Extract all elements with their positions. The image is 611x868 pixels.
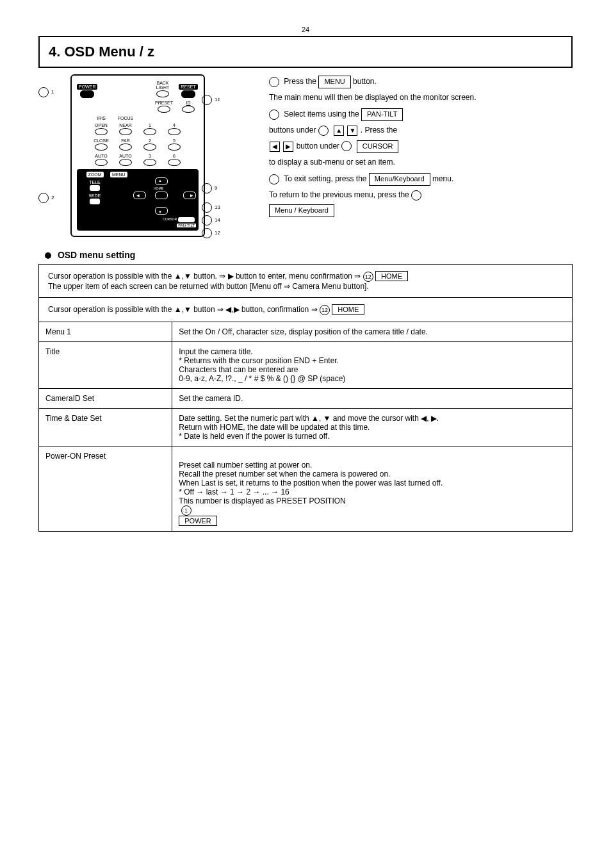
power-label: POWER — [77, 84, 97, 90]
row-title-desc: Input the camera title. * Returns with t… — [172, 341, 573, 388]
callout-9: 9 — [215, 185, 217, 191]
step-c-marker — [269, 174, 279, 184]
home-ref: HOME — [375, 271, 408, 281]
pan-tilt-ref: PAN-TILT — [361, 108, 403, 121]
focus-far-label: FAR — [115, 138, 136, 143]
menu-keyboard-ref-2: Menu / Keyboard — [269, 204, 334, 217]
iris-label: IRIS — [91, 116, 111, 120]
pan-tilt-label: PAN-TILT — [177, 224, 196, 227]
backlight-label: BACK LIGHT — [152, 81, 173, 90]
row-timedate-desc: Date setting. Set the numeric part with … — [172, 408, 573, 446]
iris-close-button[interactable] — [95, 143, 108, 151]
home-ref-2: HOME — [332, 304, 364, 315]
down-key-icon: ▼ — [347, 126, 357, 136]
power-step-number: 1 — [181, 505, 191, 516]
iris-auto-button[interactable] — [95, 159, 108, 166]
menu-label: MENU — [110, 172, 127, 177]
step-b-marker — [269, 110, 279, 120]
callout-12: 12 — [215, 230, 220, 236]
focus-label: FOCUS — [115, 116, 136, 120]
up-key-icon: ▲ — [334, 126, 344, 136]
focus-auto-button[interactable] — [119, 159, 132, 166]
zoom-wide-button[interactable] — [90, 199, 100, 204]
iris-close-label: CLOSE — [91, 138, 111, 143]
power-ref: POWER — [179, 516, 217, 526]
section-heading: OSD menu setting — [45, 250, 573, 260]
focus-far-button[interactable] — [119, 143, 132, 151]
power-button[interactable] — [80, 90, 94, 98]
instructions-text: Press the MENU button. The main menu wil… — [269, 74, 573, 237]
menu-keyboard-ref-1: Menu/Keyboard — [369, 173, 430, 186]
menu-instruction-table: Cursor operation is possible with the ▲,… — [38, 264, 573, 532]
focus-near-button[interactable] — [119, 128, 132, 135]
reset-label: RESET — [179, 84, 197, 90]
num-2-button[interactable] — [143, 143, 156, 151]
num-6-button[interactable] — [168, 159, 181, 166]
page-title: 4. OSD Menu / z — [38, 36, 573, 68]
zoom-tele-label: TELE — [79, 180, 110, 184]
callout-1: 1 — [51, 89, 54, 95]
row-cameraid-label: CameraID Set — [39, 388, 172, 408]
step-d-marker — [411, 190, 421, 201]
iris-open-label: OPEN — [91, 123, 111, 127]
num-3-label: 3 — [140, 154, 160, 158]
num-5-button[interactable] — [168, 143, 181, 151]
left-key-icon: ◀ — [270, 142, 280, 152]
iris-auto-label: AUTO — [91, 154, 111, 158]
row-title-label: Title — [39, 341, 172, 388]
callout-14: 14 — [215, 217, 220, 223]
num-3-button[interactable] — [143, 159, 156, 166]
preset-button[interactable] — [158, 106, 170, 113]
callout-13: 13 — [215, 204, 220, 210]
home-step-number: 12 — [363, 272, 373, 282]
callout-2: 2 — [51, 195, 54, 201]
home-button[interactable] — [155, 192, 168, 199]
page-number: 24 — [38, 26, 573, 33]
row-menu1-desc: Set the On / Off, character size, displa… — [172, 322, 573, 341]
num-4-label: 4 — [164, 123, 184, 127]
num-4-button[interactable] — [168, 128, 181, 135]
pan-tilt-cluster: ▲ ▼ ◀ ▶ HOME CURSOR — [126, 177, 196, 222]
bullet-icon — [45, 252, 51, 259]
iris-open-button[interactable] — [95, 128, 108, 135]
id-label: ID — [178, 101, 199, 105]
zoom-wide-label: WIDE — [79, 193, 110, 198]
num-6-label: 6 — [164, 154, 184, 158]
focus-near-label: NEAR — [115, 123, 136, 127]
num-1-label: 1 — [140, 123, 160, 127]
cursor-button[interactable] — [178, 217, 195, 222]
row-cameraid-desc: Set the camera ID. — [172, 388, 573, 408]
zoom-label: ZOOM — [86, 172, 104, 177]
right-key-icon: ▶ — [283, 142, 293, 152]
num-5-label: 5 — [164, 138, 184, 143]
home-step-number-2: 12 — [320, 305, 330, 315]
row-poweron-desc: Preset call number setting at power on. … — [172, 446, 573, 531]
row-timedate-label: Time & Date Set — [39, 408, 172, 446]
pan-tilt-right-button[interactable] — [183, 192, 196, 199]
focus-auto-label: AUTO — [115, 154, 136, 158]
menu-button-ref: MENU — [318, 76, 350, 88]
reset-button[interactable] — [181, 90, 195, 98]
row-menu1-label: Menu 1 — [39, 322, 172, 341]
row-poweron-label: Power-ON Preset — [39, 446, 172, 531]
backlight-button[interactable] — [156, 90, 169, 97]
callout-11: 11 — [215, 97, 220, 102]
preset-label: PRESET — [154, 101, 174, 105]
cursor-ref: CURSOR — [357, 140, 399, 153]
num-2-label: 2 — [140, 138, 160, 143]
pan-tilt-left-button[interactable] — [133, 192, 146, 199]
num-1-button[interactable] — [143, 128, 156, 135]
zoom-tele-button[interactable] — [90, 185, 100, 191]
step-a-marker — [269, 77, 279, 87]
id-button[interactable] — [182, 106, 195, 113]
remote-diagram: 1 2 11 9 13 14 12 POWER — [38, 74, 250, 237]
